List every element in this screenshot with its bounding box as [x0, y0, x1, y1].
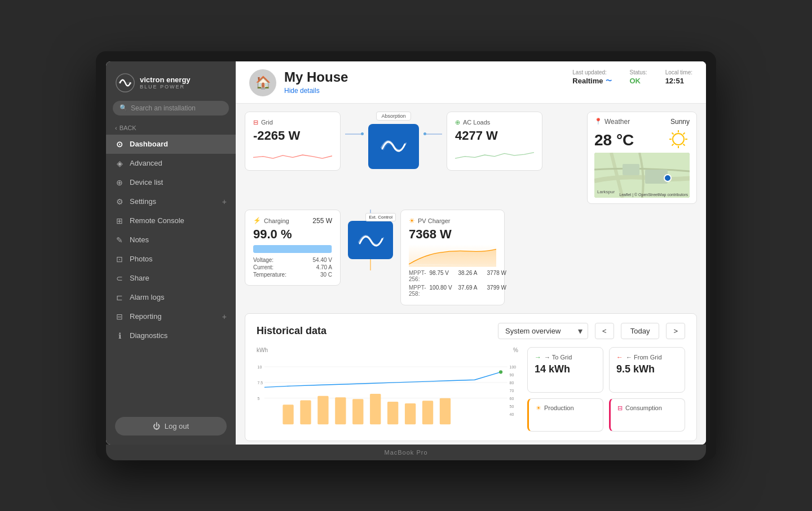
next-period-button[interactable]: >: [666, 323, 685, 339]
laptop-model-label: MacBook Pro: [384, 449, 427, 456]
sidebar-item-label: Reporting: [130, 312, 161, 321]
mppt-258-row: MPPT-258: 100.80 V 37.69 A 3799 W: [409, 283, 496, 298]
laptop-screen: victron energy BLUE POWER 🔍 ‹ BACK ⊙ Das…: [106, 61, 706, 445]
sidebar-item-label: Advanced: [130, 159, 162, 167]
svg-rect-31: [317, 396, 328, 424]
svg-rect-35: [387, 401, 398, 424]
stats-sidebar: → → To Grid 14 kWh ← ← From Grid: [527, 347, 685, 432]
svg-text:50: 50: [510, 404, 514, 408]
advanced-icon: ◈: [115, 159, 124, 168]
back-arrow-icon: ‹: [115, 125, 117, 131]
from-grid-value: 9.5 kWh: [616, 363, 678, 375]
svg-rect-36: [405, 403, 416, 424]
current-row: Current: 4.70 A: [253, 264, 332, 271]
consumption-label: ⊟ Consumption: [617, 405, 678, 412]
grid-card: ⊟ Grid -2265 W: [245, 112, 341, 171]
charging-fill: [253, 245, 332, 253]
last-updated-label: Last updated:: [572, 69, 611, 75]
system-overview-wrapper[interactable]: System overview: [498, 323, 588, 339]
temperature-row: Temperature: 30 C: [253, 271, 332, 278]
header-meta: Last updated: Realtime 〜 Status: OK Lo: [572, 69, 692, 85]
sidebar-logo: victron energy BLUE POWER: [106, 61, 236, 101]
map-roads-svg: Larkspur: [594, 153, 690, 198]
svg-line-7: [683, 144, 685, 145]
sidebar-item-label: Device list: [130, 178, 163, 186]
weather-card: 📍 Weather Sunny 28 °C: [587, 112, 697, 204]
from-grid-stat-card: ← ← From Grid 9.5 kWh: [609, 347, 685, 393]
sidebar-item-photos[interactable]: ⊡ Photos: [106, 250, 236, 269]
sidebar-item-device-list[interactable]: ⊕ Device list: [106, 173, 236, 192]
to-grid-label: → → To Grid: [535, 353, 596, 361]
weather-map: Larkspur Leaflet | © OpenStreetMap contr…: [594, 153, 690, 198]
search-box[interactable]: 🔍: [113, 101, 229, 115]
svg-rect-32: [335, 397, 346, 424]
pv-icon: ☀: [409, 217, 415, 225]
absorption-badge: Absorption: [376, 112, 411, 121]
sidebar-item-reporting[interactable]: ⊟ Reporting +: [106, 307, 236, 326]
share-icon: ⊂: [115, 274, 124, 283]
last-updated-value: Realtime 〜: [572, 77, 611, 85]
weather-title: 📍 Weather: [594, 118, 630, 126]
mppt-table: MPPT-256: 98.75 V 38.26 A 3778 W MPPT-25…: [409, 269, 496, 298]
status-label: Status:: [630, 69, 647, 75]
sidebar-item-remote-console[interactable]: ⊞ Remote Console: [106, 211, 236, 230]
sidebar-item-advanced[interactable]: ◈ Advanced: [106, 154, 236, 173]
sidebar-item-label: Settings: [130, 197, 156, 206]
system-overview-select[interactable]: System overview: [498, 323, 588, 339]
photos-icon: ⊡: [115, 255, 124, 264]
svg-text:70: 70: [510, 388, 514, 392]
sidebar-item-settings[interactable]: ⚙ Settings +: [106, 192, 236, 211]
sidebar-item-label: Alarm logs: [130, 293, 164, 301]
laptop-bottom-bar: MacBook Pro: [106, 445, 706, 460]
charging-percentage: 99.0 %: [253, 227, 332, 242]
weather-temperature: 28 °C: [594, 131, 634, 149]
ac-loads-value: 4277 W: [455, 128, 534, 143]
chart-y-label: kWh: [257, 347, 268, 353]
svg-text:60: 60: [510, 396, 514, 400]
charging-title: ⚡ Charging 255 W: [253, 217, 332, 225]
search-input[interactable]: [131, 104, 222, 112]
logout-button[interactable]: ⏻ Log out: [115, 417, 227, 436]
laptop-shell: victron energy BLUE POWER 🔍 ‹ BACK ⊙ Das…: [96, 51, 716, 460]
diagnostics-icon: ℹ: [115, 331, 124, 340]
settings-icon: ⚙: [115, 197, 124, 206]
historical-header: Historical data System overview < Today …: [257, 323, 685, 339]
second-inverter-logo: [355, 226, 386, 254]
logout-label: Log out: [165, 422, 189, 430]
device-list-icon: ⊕: [115, 178, 124, 187]
charging-progress-bar: [253, 245, 332, 253]
brand-name: victron energy: [140, 75, 191, 85]
historical-title: Historical data: [257, 325, 491, 337]
svg-text:80: 80: [510, 380, 514, 384]
sidebar-item-share[interactable]: ⊂ Share: [106, 269, 236, 288]
svg-text:100: 100: [510, 365, 517, 369]
page-header: 🏠 My House Hide details Last updated: Re…: [236, 61, 706, 104]
svg-rect-38: [440, 398, 451, 424]
sidebar-item-label: Photos: [130, 255, 152, 263]
status-meta: Status: OK: [630, 69, 647, 85]
inverter-victron-logo: [377, 131, 411, 162]
weather-location-icon: 📍: [594, 118, 602, 125]
logo-text-block: victron energy BLUE POWER: [140, 75, 191, 90]
victron-logo-icon: [115, 73, 135, 93]
house-avatar: 🏠: [249, 69, 276, 96]
svg-rect-29: [283, 405, 293, 424]
svg-point-28: [499, 370, 502, 374]
to-grid-stat-card: → → To Grid 14 kWh: [527, 347, 603, 393]
sidebar: victron energy BLUE POWER 🔍 ‹ BACK ⊙ Das…: [106, 61, 236, 445]
today-button[interactable]: Today: [621, 323, 660, 339]
sidebar-item-diagnostics[interactable]: ℹ Diagnostics: [106, 326, 236, 345]
svg-point-13: [664, 175, 671, 181]
previous-period-button[interactable]: <: [595, 323, 614, 339]
sidebar-item-dashboard[interactable]: ⊙ Dashboard: [106, 135, 236, 154]
back-label: BACK: [120, 125, 136, 131]
voltage-row: Voltage: 54.40 V: [253, 256, 332, 264]
sidebar-item-alarm-logs[interactable]: ⊏ Alarm logs: [106, 288, 236, 307]
hide-details-link[interactable]: Hide details: [284, 87, 320, 95]
back-button[interactable]: ‹ BACK: [106, 121, 236, 135]
svg-point-1: [673, 134, 684, 145]
mppt-256-row: MPPT-256: 98.75 V 38.26 A 3778 W: [409, 269, 496, 283]
svg-rect-30: [300, 400, 311, 424]
sidebar-item-notes[interactable]: ✎ Notes: [106, 230, 236, 250]
brand-sub: BLUE POWER: [140, 84, 191, 90]
